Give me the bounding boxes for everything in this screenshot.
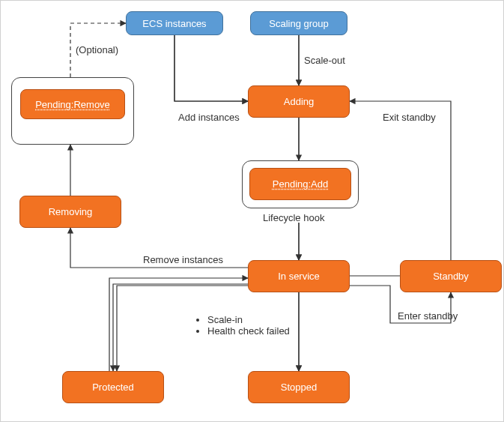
node-label: Standby [433,271,469,282]
node-label: In service [278,271,320,282]
node-label: Pending:Remove [35,99,110,110]
bullet-scale-in: Scale-in [207,314,290,325]
node-label: Scaling group [269,18,329,29]
node-adding: Adding [248,85,350,118]
node-in-service: In service [248,260,350,292]
node-standby: Standby [400,260,502,292]
node-protected: Protected [62,371,164,403]
label-lifecycle-hook: Lifecycle hook [263,212,324,223]
node-pending-add: Pending:Add [249,168,351,200]
node-removing: Removing [19,196,121,228]
node-label: Adding [284,96,314,107]
bullets-scalein-hc: Scale-in Health check failed [194,314,290,337]
diagram-canvas: ECS instances Scaling group (Optional) S… [0,0,504,422]
node-pending-remove: Pending:Remove [20,89,125,119]
node-scaling-group: Scaling group [250,11,347,35]
label-scale-out: Scale-out [304,55,345,66]
label-add-instances: Add instances [178,112,240,123]
bullet-hc-failed: Health check failed [207,325,290,337]
label-remove-instances: Remove instances [143,254,223,265]
node-label: Removing [49,206,93,217]
node-ecs-instances: ECS instances [126,11,223,35]
edge-add-instances [174,35,248,101]
node-label: ECS instances [142,18,206,29]
label-optional: (Optional) [76,44,118,55]
node-label: Protected [92,382,134,393]
node-stopped: Stopped [248,371,350,403]
label-exit-standby: Exit standby [383,112,436,123]
node-label: Stopped [281,382,317,393]
label-enter-standby: Enter standby [398,310,458,322]
node-label: Pending:Add [273,178,328,190]
